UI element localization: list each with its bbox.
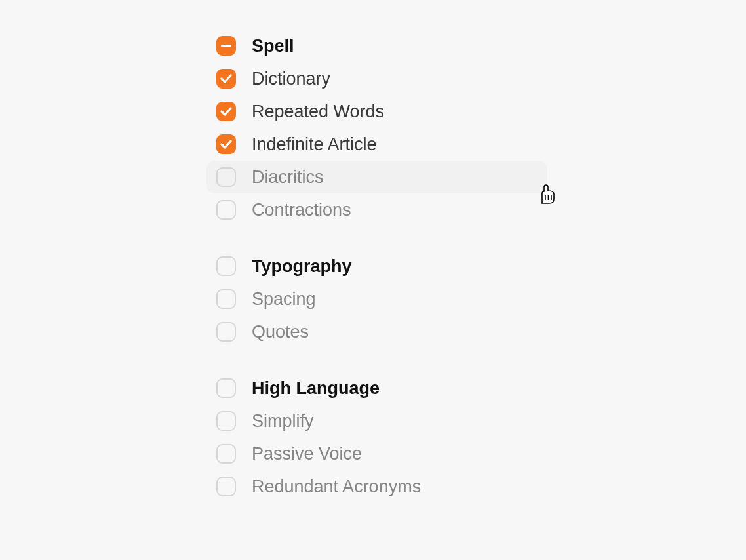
- item-redundant-acronyms[interactable]: Redundant Acronyms: [206, 470, 547, 503]
- item-repeated-words[interactable]: Repeated Words: [206, 95, 547, 128]
- label-repeated-words: Repeated Words: [252, 103, 384, 121]
- item-contractions[interactable]: Contractions: [206, 193, 547, 226]
- checkbox-typography[interactable]: [216, 256, 236, 276]
- item-dictionary[interactable]: Dictionary: [206, 62, 547, 95]
- checkbox-high-language[interactable]: [216, 378, 236, 398]
- svg-rect-0: [221, 45, 231, 47]
- check-icon: [220, 74, 232, 83]
- checkbox-indefinite-article[interactable]: [216, 134, 236, 154]
- item-diacritics[interactable]: Diacritics: [206, 161, 547, 193]
- label-diacritics: Diacritics: [252, 169, 324, 186]
- check-icon: [220, 140, 232, 149]
- checkbox-quotes[interactable]: [216, 322, 236, 342]
- label-high-language: High Language: [252, 380, 380, 397]
- item-simplify[interactable]: Simplify: [206, 405, 547, 437]
- group-typography: Typography Spacing Quotes: [206, 250, 547, 348]
- check-icon: [220, 107, 232, 116]
- checkbox-diacritics[interactable]: [216, 167, 236, 187]
- label-dictionary: Dictionary: [252, 70, 330, 88]
- group-high-language: High Language Simplify Passive Voice Red…: [206, 372, 547, 503]
- label-quotes: Quotes: [252, 323, 309, 341]
- checkbox-repeated-words[interactable]: [216, 102, 236, 121]
- label-spacing: Spacing: [252, 290, 316, 308]
- label-passive-voice: Passive Voice: [252, 445, 362, 463]
- checkbox-passive-voice[interactable]: [216, 444, 236, 464]
- label-simplify: Simplify: [252, 412, 314, 430]
- label-indefinite-article: Indefinite Article: [252, 136, 377, 153]
- group-spell: Spell Dictionary Repeated Words Indefini…: [206, 30, 547, 226]
- checkbox-simplify[interactable]: [216, 411, 236, 431]
- minus-icon: [221, 45, 231, 47]
- item-spacing[interactable]: Spacing: [206, 283, 547, 315]
- checkbox-contractions[interactable]: [216, 200, 236, 220]
- label-spell: Spell: [252, 37, 294, 55]
- label-typography: Typography: [252, 258, 352, 275]
- item-passive-voice[interactable]: Passive Voice: [206, 437, 547, 470]
- item-indefinite-article[interactable]: Indefinite Article: [206, 128, 547, 161]
- checkbox-spacing[interactable]: [216, 289, 236, 309]
- checkbox-dictionary[interactable]: [216, 69, 236, 89]
- group-header-typography[interactable]: Typography: [206, 250, 547, 283]
- label-redundant-acronyms: Redundant Acronyms: [252, 478, 421, 496]
- label-contractions: Contractions: [252, 201, 351, 219]
- item-quotes[interactable]: Quotes: [206, 315, 547, 348]
- checkbox-redundant-acronyms[interactable]: [216, 477, 236, 496]
- group-header-spell[interactable]: Spell: [206, 30, 547, 62]
- group-header-high-language[interactable]: High Language: [206, 372, 547, 405]
- settings-panel: Spell Dictionary Repeated Words Indefini…: [206, 30, 547, 527]
- checkbox-spell[interactable]: [216, 36, 236, 56]
